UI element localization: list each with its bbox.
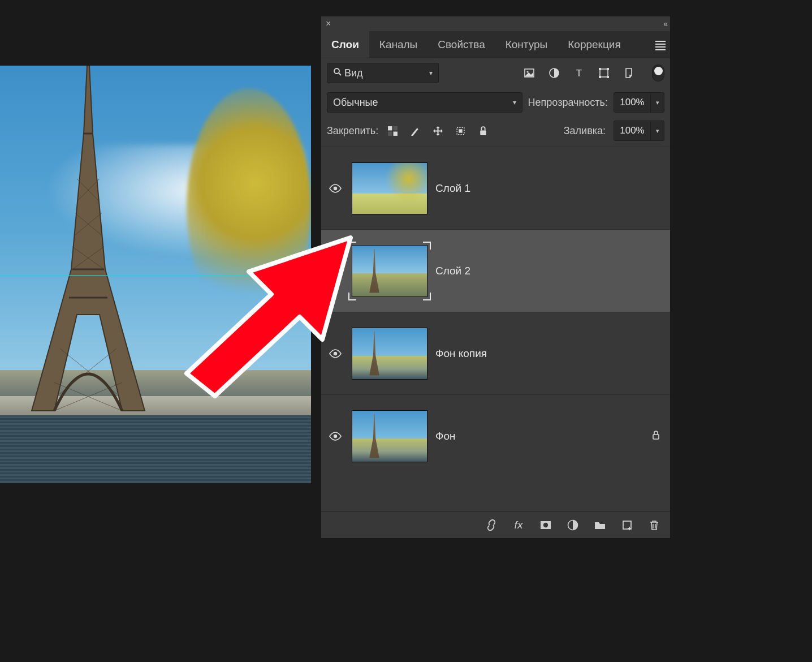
new-layer-icon[interactable] (620, 518, 634, 532)
svg-rect-7 (599, 68, 601, 70)
smartobject-icon[interactable] (623, 67, 635, 79)
dropdown-value: Обычные (333, 97, 378, 109)
panel-bottom-toolbar: fx (321, 511, 670, 538)
svg-rect-9 (599, 76, 601, 78)
svg-point-21 (334, 434, 337, 437)
image-icon[interactable] (523, 67, 535, 79)
layer-row[interactable]: Фон (321, 394, 670, 477)
horizontal-guide[interactable] (0, 275, 311, 276)
opacity-value[interactable]: 100% (614, 92, 651, 113)
svg-rect-14 (393, 131, 397, 135)
svg-point-24 (543, 522, 548, 527)
svg-rect-13 (388, 131, 392, 135)
tab-properties[interactable]: Свойства (427, 31, 495, 58)
layer-name[interactable]: Фон копия (435, 347, 487, 360)
svg-point-19 (334, 269, 337, 272)
visibility-toggle[interactable] (327, 184, 344, 193)
document-image (0, 66, 311, 483)
chevron-down-icon: ▾ (513, 98, 516, 106)
svg-rect-10 (607, 76, 609, 78)
tab-channels[interactable]: Каналы (369, 31, 427, 58)
lock-icon[interactable] (651, 430, 664, 442)
layer-name[interactable]: Слой 2 (435, 265, 470, 277)
tab-label: Слои (331, 38, 359, 51)
fill-value[interactable]: 100% (614, 121, 651, 141)
tab-label: Каналы (379, 38, 417, 51)
panel-menu-icon[interactable] (651, 40, 670, 50)
layer-row[interactable]: Фон копия (321, 312, 670, 394)
canvas-area[interactable] (0, 66, 311, 483)
layer-thumbnail[interactable] (352, 162, 427, 214)
mask-icon[interactable] (539, 518, 552, 532)
lock-position-icon[interactable] (431, 124, 444, 137)
tab-label: Контуры (506, 38, 548, 51)
type-icon[interactable]: T (573, 67, 585, 79)
collapse-icon[interactable]: « (663, 19, 666, 28)
trash-icon[interactable] (647, 518, 661, 532)
fill-label: Заливка: (564, 125, 606, 137)
filter-toggle[interactable] (652, 65, 664, 81)
tab-label: Свойства (438, 38, 485, 51)
visibility-toggle[interactable] (327, 349, 344, 358)
layers-panel: × « Слои Каналы Свойства Контуры Коррекц… (321, 16, 671, 539)
svg-rect-17 (480, 130, 486, 135)
layer-name[interactable]: Слой 1 (435, 182, 470, 195)
layer-row[interactable]: Слой 1 (321, 147, 670, 229)
close-icon[interactable]: × (326, 19, 331, 29)
opacity-label: Непрозрачность: (528, 97, 608, 109)
opacity-caret[interactable]: ▾ (651, 92, 664, 113)
tab-paths[interactable]: Контуры (495, 31, 558, 58)
group-icon[interactable] (593, 518, 607, 532)
tab-label: Коррекция (568, 38, 620, 51)
tab-adjustments[interactable]: Коррекция (558, 31, 630, 58)
link-icon[interactable] (485, 518, 498, 532)
svg-rect-16 (459, 129, 462, 132)
fill-caret[interactable]: ▾ (651, 121, 664, 141)
layer-thumbnail[interactable] (352, 410, 427, 462)
svg-point-0 (334, 68, 339, 74)
lock-label: Закрепить: (327, 125, 378, 137)
eiffel-tower-graphic (20, 66, 156, 416)
layer-filter-dropdown[interactable]: Вид ▾ (327, 63, 439, 83)
visibility-toggle[interactable] (327, 432, 344, 441)
layer-name[interactable]: Фон (435, 430, 456, 442)
fx-icon[interactable]: fx (512, 518, 525, 532)
svg-line-1 (339, 73, 341, 75)
panel-tabs: Слои Каналы Свойства Контуры Коррекция (321, 31, 670, 58)
tab-layers[interactable]: Слои (321, 31, 369, 58)
svg-point-3 (526, 71, 528, 72)
svg-rect-6 (600, 69, 608, 77)
svg-point-18 (334, 186, 337, 190)
svg-rect-22 (653, 435, 659, 439)
layer-thumbnail[interactable] (352, 328, 427, 380)
svg-point-20 (334, 351, 337, 355)
visibility-toggle[interactable] (327, 266, 344, 276)
svg-rect-8 (607, 68, 609, 70)
blend-mode-dropdown[interactable]: Обычные ▾ (327, 92, 522, 113)
chevron-down-icon: ▾ (429, 69, 433, 77)
lock-brush-icon[interactable] (409, 124, 421, 137)
layer-row[interactable]: Слой 2 (321, 229, 670, 312)
dropdown-value: Вид (344, 67, 363, 79)
svg-rect-26 (623, 521, 631, 529)
panel-titlebar: × « (321, 16, 670, 31)
adjustment-layer-icon[interactable] (566, 518, 580, 532)
svg-rect-11 (388, 126, 392, 130)
search-icon (333, 67, 342, 79)
svg-rect-12 (393, 126, 397, 130)
lock-artboard-icon[interactable] (454, 124, 467, 137)
lock-pixels-icon[interactable] (386, 124, 399, 137)
layers-list: Слой 1 Слой 2 Фон копия Фон (321, 147, 670, 511)
layer-thumbnail[interactable] (352, 245, 427, 297)
adjustment-icon[interactable] (548, 67, 560, 79)
lock-all-icon[interactable] (477, 124, 489, 137)
svg-text:T: T (576, 68, 582, 79)
shape-icon[interactable] (598, 67, 610, 79)
